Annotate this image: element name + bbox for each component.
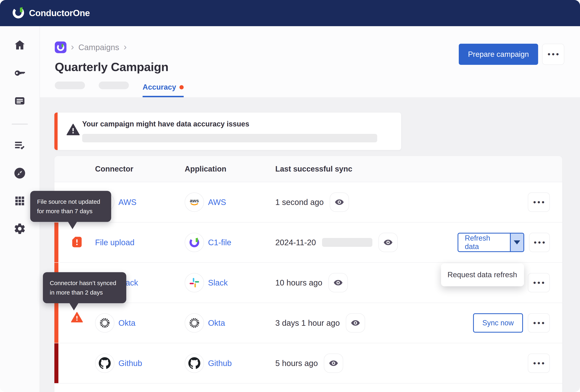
- last-sync-value: 1 second ago: [275, 198, 324, 207]
- last-sync-value: 2024-11-20: [275, 238, 316, 247]
- refresh-dropdown-toggle[interactable]: [510, 234, 523, 251]
- row-more-button[interactable]: •••: [528, 313, 550, 333]
- tooltip-tail: [68, 222, 77, 229]
- list-check-icon[interactable]: [13, 139, 26, 152]
- app-frame: ConductorOne: [0, 0, 580, 392]
- caret-down-icon: [514, 240, 520, 245]
- key-icon[interactable]: [13, 66, 26, 80]
- sidebar-divider: [12, 124, 28, 125]
- topbar: ConductorOne: [0, 0, 580, 26]
- table-row-okta: Okta Okta 3 days 1: [54, 303, 562, 343]
- application-link[interactable]: AWS: [208, 198, 226, 207]
- connector-link[interactable]: Okta: [118, 318, 135, 328]
- tooltip-tail: [69, 303, 78, 310]
- accuracy-warning-banner: Your campaign might have data accuracy i…: [54, 113, 401, 150]
- okta-logo-icon: [185, 313, 204, 333]
- conductorone-logo-icon: [12, 6, 25, 20]
- github-logo-icon: [185, 354, 204, 373]
- view-sync-button[interactable]: [328, 273, 348, 292]
- c1-file-logo-icon: [185, 233, 204, 252]
- gear-icon[interactable]: [13, 222, 26, 235]
- sync-now-button[interactable]: Sync now: [473, 313, 523, 333]
- column-connector: Connector: [95, 165, 185, 173]
- tooltip-text: File source not updated for more than 7 …: [37, 198, 100, 214]
- table-row-file-upload: File upload C1-file: [54, 223, 562, 263]
- row-more-button[interactable]: •••: [528, 273, 550, 292]
- column-last-sync: Last successful sync: [275, 165, 457, 173]
- banner-title: Your campaign might have data accuracy i…: [82, 120, 393, 128]
- svg-text:aws: aws: [190, 198, 199, 203]
- application-link[interactable]: Slack: [208, 278, 228, 287]
- content-area: Your campaign might have data accuracy i…: [40, 97, 580, 392]
- last-sync-value: 3 days 1 hour ago: [275, 318, 340, 328]
- brand-name: ConductorOne: [29, 8, 90, 18]
- row-more-button[interactable]: •••: [529, 233, 550, 252]
- chevron-right-icon: ›: [124, 42, 127, 53]
- table-header-row: Connector Application Last successful sy…: [54, 156, 562, 182]
- okta-logo-icon: [95, 313, 114, 333]
- table-row-github: Github Github 5 hours ago: [54, 343, 562, 384]
- application-link[interactable]: Github: [208, 359, 232, 368]
- home-icon[interactable]: [13, 39, 26, 52]
- view-sync-button[interactable]: [378, 233, 398, 252]
- sync-warning-triangle-icon: [71, 311, 83, 324]
- aws-logo-icon: aws: [185, 192, 204, 212]
- document-icon[interactable]: [13, 94, 26, 108]
- refresh-data-button[interactable]: Refresh data: [457, 233, 524, 252]
- row-more-button[interactable]: •••: [528, 354, 550, 373]
- row-alert-strip: [54, 303, 58, 343]
- tooltip-connector-sync: Connector hasn’t synced in more than 2 d…: [43, 272, 126, 303]
- view-sync-button[interactable]: [346, 313, 365, 333]
- github-logo-icon: [95, 354, 114, 373]
- refresh-data-label: Refresh data: [458, 234, 510, 251]
- column-application: Application: [185, 165, 275, 173]
- file-alert-icon: [70, 235, 84, 250]
- slack-logo-icon: [185, 273, 204, 292]
- row-alert-strip: [54, 223, 58, 262]
- row-alert-strip: [54, 343, 58, 383]
- breadcrumb-campaigns[interactable]: Campaigns: [78, 43, 119, 52]
- tab-accuracy[interactable]: Accuracy: [143, 83, 184, 97]
- sync-skeleton-bar: [322, 238, 372, 247]
- view-sync-button[interactable]: [330, 192, 349, 212]
- banner-alert-strip: [54, 113, 58, 150]
- page-more-button[interactable]: •••: [542, 44, 564, 65]
- tab-skeleton[interactable]: [99, 82, 129, 89]
- prepare-campaign-button[interactable]: Prepare campaign: [459, 44, 538, 65]
- application-link[interactable]: C1-file: [208, 238, 231, 247]
- refresh-dropdown-menu-item[interactable]: Request data refresh: [441, 263, 524, 286]
- view-sync-button[interactable]: [324, 354, 343, 373]
- banner-skeleton-bar: [82, 134, 377, 142]
- tab-bar: Accuracy: [55, 82, 184, 97]
- tab-accuracy-label: Accuracy: [143, 83, 176, 91]
- tooltip-text: Connector hasn’t synced in more than 2 d…: [50, 280, 116, 296]
- connector-link[interactable]: Github: [118, 359, 142, 368]
- table-row-partial: [54, 384, 562, 392]
- last-sync-value: 5 hours ago: [275, 359, 318, 368]
- alert-dot: [179, 85, 184, 89]
- compass-icon[interactable]: [13, 166, 26, 180]
- warning-triangle-icon: [66, 123, 80, 137]
- campaign-app-icon[interactable]: [55, 41, 66, 53]
- chevron-right-icon: ›: [71, 42, 74, 53]
- last-sync-value: 10 hours ago: [275, 278, 322, 287]
- page-header: › Campaigns › Quarterly Campaign Prepare…: [40, 26, 580, 97]
- application-link[interactable]: Okta: [208, 318, 225, 328]
- grid-apps-icon[interactable]: [13, 194, 26, 208]
- tab-skeleton[interactable]: [55, 82, 85, 89]
- tooltip-file-source: File source not updated for more than 7 …: [30, 191, 111, 222]
- table-row-aws: aws AWS aws: [54, 182, 562, 223]
- connector-link[interactable]: File upload: [95, 238, 135, 247]
- row-more-button[interactable]: •••: [528, 192, 550, 212]
- connector-link[interactable]: AWS: [118, 198, 137, 207]
